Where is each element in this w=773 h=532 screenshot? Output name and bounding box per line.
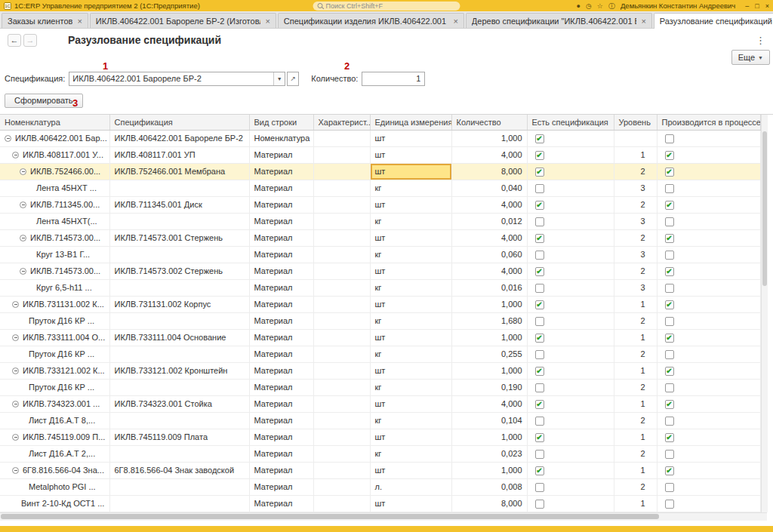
- collapse-icon[interactable]: [12, 301, 19, 308]
- table-row[interactable]: ИКЛВ.733121.002 К...ИКЛВ.733121.002 Крон…: [0, 362, 760, 379]
- column-header[interactable]: Единица измерения: [370, 115, 451, 130]
- horizontal-scrollbar-thumb[interactable]: [1, 514, 659, 519]
- has-spec-checkbox[interactable]: [535, 317, 544, 326]
- has-spec-checkbox[interactable]: ✔: [535, 400, 544, 409]
- collapse-icon[interactable]: [12, 367, 19, 374]
- in-process-checkbox[interactable]: ✔: [665, 367, 674, 376]
- collapse-icon[interactable]: [20, 268, 26, 275]
- collapse-icon[interactable]: [12, 152, 19, 158]
- in-process-checkbox[interactable]: ✔: [665, 234, 674, 243]
- has-spec-checkbox[interactable]: [535, 450, 544, 459]
- info-icon[interactable]: ⓘ: [608, 2, 615, 10]
- in-process-checkbox[interactable]: [665, 417, 674, 426]
- in-process-checkbox[interactable]: ✔: [665, 267, 674, 276]
- column-header[interactable]: Номенклатура: [0, 115, 109, 130]
- table-row[interactable]: Пруток Д16 КР ...Материалкг1,6802: [0, 312, 760, 329]
- tab[interactable]: Спецификации изделия ИКЛВ.406422.001 Бар…: [278, 13, 464, 28]
- back-button[interactable]: ←: [8, 34, 21, 47]
- column-header[interactable]: Производится в процессе: [657, 115, 760, 130]
- open-spec-button[interactable]: ↗: [287, 72, 299, 86]
- has-spec-checkbox[interactable]: ✔: [535, 234, 544, 243]
- in-process-checkbox[interactable]: [665, 217, 674, 226]
- has-spec-checkbox[interactable]: [535, 383, 544, 392]
- column-header[interactable]: Уровень: [614, 115, 657, 130]
- collapse-icon[interactable]: [20, 168, 26, 175]
- column-header[interactable]: Есть спецификация: [527, 115, 614, 130]
- table-row[interactable]: ИКЛВ.733111.004 О...ИКЛВ.733111.004 Осно…: [0, 329, 760, 346]
- has-spec-checkbox[interactable]: ✔: [535, 300, 544, 309]
- table-row[interactable]: ИКЛВ.745119.009 П...ИКЛВ.745119.009 Плат…: [0, 429, 760, 445]
- column-header[interactable]: Спецификация: [109, 115, 249, 130]
- table-row[interactable]: ИКЛВ.408117.001 У...ИКЛВ.408117.001 УПМа…: [0, 146, 760, 163]
- table-row[interactable]: Винт 2-10-Кд ОСТ1 ...Материалшт8,0001: [0, 495, 760, 512]
- has-spec-checkbox[interactable]: [535, 417, 544, 426]
- table-row[interactable]: Пруток Д16 КР ...Материалкг0,1902: [0, 379, 760, 395]
- has-spec-checkbox[interactable]: ✔: [535, 168, 544, 177]
- has-spec-checkbox[interactable]: ✔: [535, 466, 544, 475]
- tab-close-icon[interactable]: ×: [641, 17, 645, 26]
- collapse-icon[interactable]: [5, 135, 11, 142]
- tab[interactable]: Разузлование спецификаций×: [654, 13, 773, 29]
- tab-close-icon[interactable]: ×: [453, 17, 457, 26]
- in-process-checkbox[interactable]: [665, 450, 674, 459]
- in-process-checkbox[interactable]: ✔: [665, 151, 674, 160]
- has-spec-checkbox[interactable]: ✔: [535, 201, 544, 210]
- in-process-checkbox[interactable]: ✔: [665, 300, 674, 309]
- table-row[interactable]: ИКЛВ.406422.001 Бар...ИКЛВ.406422.001 Ба…: [0, 130, 760, 146]
- qty-input[interactable]: [362, 72, 425, 86]
- table-row[interactable]: Лист Д16.А.Т 8,...Материалкг0,1042: [0, 412, 760, 429]
- table-row[interactable]: ИКЛВ.734323.001 ...ИКЛВ.734323.001 Стойк…: [0, 395, 760, 412]
- tab-close-icon[interactable]: ×: [77, 17, 82, 26]
- in-process-checkbox[interactable]: [665, 483, 674, 492]
- in-process-checkbox[interactable]: ✔: [665, 334, 674, 343]
- in-process-checkbox[interactable]: ✔: [665, 466, 674, 475]
- table-row[interactable]: Круг 13-В1 Г...Материалкг0,0603: [0, 246, 760, 263]
- collapse-icon[interactable]: [12, 467, 19, 474]
- in-process-checkbox[interactable]: [665, 184, 674, 193]
- horizontal-scrollbar[interactable]: [0, 512, 767, 521]
- maximize-icon[interactable]: □: [755, 2, 759, 10]
- has-spec-checkbox[interactable]: [535, 483, 544, 492]
- history-icon[interactable]: ◷: [586, 2, 592, 10]
- table-row[interactable]: Лист Д16.А.Т 2,...Материалкг0,0232: [0, 445, 760, 462]
- table-row[interactable]: Лента 45НХТ(...Материалкг0,0123: [0, 213, 760, 229]
- has-spec-checkbox[interactable]: ✔: [535, 433, 544, 442]
- generate-button[interactable]: Сформировать: [5, 94, 83, 108]
- collapse-icon[interactable]: [12, 401, 19, 407]
- vertical-scrollbar-thumb[interactable]: [762, 131, 767, 286]
- in-process-checkbox[interactable]: [665, 350, 674, 359]
- minimize-icon[interactable]: –: [745, 2, 749, 10]
- table-row[interactable]: ИКЛВ.714573.00...ИКЛВ.714573.001 Стержен…: [0, 229, 760, 246]
- collapse-icon[interactable]: [12, 434, 19, 441]
- has-spec-checkbox[interactable]: ✔: [535, 267, 544, 276]
- table-row[interactable]: Пруток Д16 КР ...Материалкг0,2552: [0, 346, 760, 362]
- tab[interactable]: ИКЛВ.406422.001 Барореле БР-2 (Изготовле…: [90, 13, 276, 28]
- table-row[interactable]: ИКЛВ.714573.00...ИКЛВ.714573.002 Стержен…: [0, 263, 760, 279]
- has-spec-checkbox[interactable]: [535, 500, 544, 509]
- table-row[interactable]: Лента 45НХТ ...Материалкг0,0403: [0, 180, 760, 196]
- in-process-checkbox[interactable]: [665, 317, 674, 326]
- favorites-icon[interactable]: ☆: [597, 2, 603, 10]
- table-row[interactable]: Metalphoto PGI ...Материалл.0,0082: [0, 478, 760, 495]
- in-process-checkbox[interactable]: [665, 284, 674, 293]
- table-row[interactable]: ИКЛВ.711345.00...ИКЛВ.711345.001 ДискМат…: [0, 196, 760, 213]
- in-process-checkbox[interactable]: ✔: [665, 201, 674, 210]
- has-spec-checkbox[interactable]: ✔: [535, 367, 544, 376]
- in-process-checkbox[interactable]: [665, 134, 674, 143]
- table-row[interactable]: ИКЛВ.731131.002 К...ИКЛВ.731131.002 Корп…: [0, 296, 760, 312]
- has-spec-checkbox[interactable]: [535, 350, 544, 359]
- close-icon[interactable]: ×: [765, 2, 769, 10]
- collapse-icon[interactable]: [20, 201, 26, 208]
- table-row[interactable]: ИКЛВ.752466.00...ИКЛВ.752466.001 Мембран…: [0, 163, 760, 180]
- tab[interactable]: Заказы клиентов×: [2, 13, 88, 28]
- table-row[interactable]: Круг 6,5-h11 ...Материалкг0,0163: [0, 279, 760, 296]
- in-process-checkbox[interactable]: ✔: [665, 168, 674, 177]
- in-process-checkbox[interactable]: ✔: [665, 400, 674, 409]
- has-spec-checkbox[interactable]: ✔: [535, 151, 544, 160]
- in-process-checkbox[interactable]: ✔: [665, 433, 674, 442]
- in-process-checkbox[interactable]: [665, 251, 674, 260]
- collapse-icon[interactable]: [20, 235, 26, 241]
- has-spec-checkbox[interactable]: [535, 251, 544, 260]
- has-spec-checkbox[interactable]: [535, 217, 544, 226]
- dropdown-chevron-icon[interactable]: ▼: [273, 72, 285, 85]
